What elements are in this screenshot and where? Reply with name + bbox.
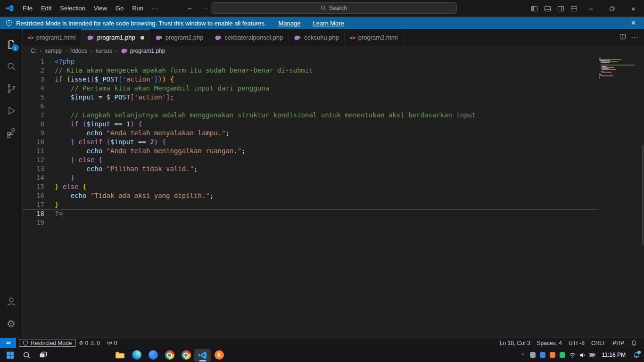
- line-content: ?>: [55, 209, 599, 218]
- minimize-button[interactable]: −: [580, 0, 602, 17]
- line-content: echo "Anda telah menyalakan lampu.";: [55, 129, 599, 138]
- notifications-bell[interactable]: [627, 340, 640, 346]
- code-line-13[interactable]: 13 echo "Pilihan tidak valid.";: [23, 165, 599, 173]
- manage-link[interactable]: Manage: [278, 20, 300, 27]
- battery-icon[interactable]: [588, 351, 597, 360]
- tray-app-1-icon[interactable]: [528, 351, 537, 360]
- code-line-18[interactable]: 18?>: [23, 209, 599, 218]
- back-arrow-icon[interactable]: ←: [187, 3, 194, 11]
- code-line-3[interactable]: 3if (isset($_POST['action'])) {: [23, 75, 599, 84]
- split-editor-icon[interactable]: [619, 33, 626, 42]
- tab-ceksuhu.php[interactable]: ceksuhu.php: [289, 29, 345, 46]
- menu-more[interactable]: ···: [148, 3, 162, 14]
- code-line-2[interactable]: 2// Kita akan mengecek apakah form itu s…: [23, 66, 599, 75]
- tray-app-2-icon[interactable]: [538, 351, 547, 360]
- code-line-4[interactable]: 4 // Pertama kita akan Mengambil input d…: [23, 84, 599, 93]
- remote-indicator[interactable]: ><: [0, 338, 16, 348]
- code-line-6[interactable]: 6: [23, 102, 599, 111]
- accounts-icon[interactable]: [0, 290, 23, 313]
- learn-more-link[interactable]: Learn More: [313, 20, 344, 27]
- menu-edit[interactable]: Edit: [37, 3, 56, 14]
- run-debug-icon[interactable]: [0, 99, 23, 122]
- code-line-7[interactable]: 7 // Langkah selanjutnya adalah mengguna…: [23, 111, 599, 120]
- breadcrumb-item-C[interactable]: C:: [31, 48, 36, 54]
- code-line-14[interactable]: 14 }: [23, 173, 599, 182]
- chrome-icon[interactable]: [161, 349, 178, 362]
- breadcrumb-item-kursus[interactable]: kursus: [95, 48, 112, 54]
- breadcrumb-item-xampp[interactable]: xampp: [45, 48, 62, 54]
- line-number: 13: [23, 165, 44, 173]
- restricted-mode-status[interactable]: Restricted Mode: [19, 339, 75, 347]
- menu-selection[interactable]: Selection: [56, 3, 89, 14]
- problems-status[interactable]: ⊘ 0 ⚠ 0: [75, 338, 103, 348]
- line-number: 6: [23, 102, 44, 111]
- taskbar-clock[interactable]: 11:16 PM: [598, 352, 630, 358]
- code-line-1[interactable]: 1<?php: [23, 57, 599, 66]
- explorer-icon[interactable]: 1: [0, 33, 23, 55]
- toggle-secondary-sidebar-icon[interactable]: [554, 2, 567, 15]
- start-button[interactable]: [2, 349, 18, 362]
- code-line-16[interactable]: 16 echo "Tidak ada aksi yang dipilih.";: [23, 191, 599, 200]
- tab-cekbateraiponsel.php[interactable]: cekbateraiponsel.php: [209, 29, 289, 46]
- code-line-5[interactable]: 5 $input = $_POST['action'];: [23, 93, 599, 102]
- code-line-10[interactable]: 10 } elseif ($input == 2) {: [23, 138, 599, 147]
- banner-close-icon[interactable]: ×: [628, 19, 638, 27]
- taskbar-search-icon[interactable]: [18, 349, 35, 362]
- menu-run[interactable]: Run: [128, 3, 148, 14]
- xampp-icon[interactable]: X: [211, 349, 227, 362]
- vscode-taskbar-icon[interactable]: [194, 349, 211, 362]
- toggle-panel-icon[interactable]: [541, 2, 554, 15]
- tab-program2.php[interactable]: program2.php: [150, 29, 209, 46]
- line-number: 10: [23, 138, 44, 147]
- file-explorer-icon[interactable]: [112, 349, 128, 362]
- notification-center-icon[interactable]: [631, 349, 642, 361]
- breadcrumb-item-htdocs[interactable]: htdocs: [70, 48, 87, 54]
- menu-go[interactable]: Go: [111, 3, 128, 14]
- settings-gear-icon[interactable]: ⚙: [0, 313, 23, 335]
- chrome-profile2-icon[interactable]: [178, 349, 194, 362]
- network-icon[interactable]: [568, 351, 577, 360]
- blue-app-icon[interactable]: [145, 349, 161, 362]
- menu-view[interactable]: View: [90, 3, 111, 14]
- source-control-icon[interactable]: [0, 77, 23, 99]
- close-window-button[interactable]: ×: [623, 0, 644, 17]
- scrollbar-thumb[interactable]: [642, 146, 644, 246]
- code-line-17[interactable]: 17}: [23, 200, 599, 209]
- volume-icon[interactable]: [578, 351, 587, 360]
- code-line-19[interactable]: 19: [23, 218, 599, 227]
- encoding-status[interactable]: UTF-8: [565, 340, 588, 346]
- bell-icon: [631, 340, 637, 346]
- minimap[interactable]: [599, 58, 637, 80]
- code-line-12[interactable]: 12 } else {: [23, 156, 599, 165]
- code-editor[interactable]: 1<?php2// Kita akan mengecek apakah form…: [23, 56, 644, 337]
- search-sidebar-icon[interactable]: [0, 55, 23, 77]
- code-line-8[interactable]: 8 if ($input == 1) {: [23, 120, 599, 129]
- customize-layout-icon[interactable]: [567, 2, 580, 15]
- menu-file[interactable]: File: [18, 3, 37, 14]
- tab-program2.html[interactable]: <>program2.html: [345, 29, 404, 46]
- line-content: $input = $_POST['action'];: [55, 93, 599, 102]
- tab-program1.php[interactable]: program1.php: [82, 29, 150, 46]
- indentation-status[interactable]: Spaces: 4: [534, 340, 565, 346]
- hidden-icons-chevron[interactable]: ＾: [519, 351, 528, 360]
- code-line-15[interactable]: 15} else {: [23, 182, 599, 191]
- editor-more-actions-icon[interactable]: ···: [631, 33, 638, 42]
- task-view-icon[interactable]: [35, 349, 51, 362]
- tray-app-4-icon[interactable]: [558, 351, 567, 360]
- eol-status[interactable]: CRLF: [588, 340, 609, 346]
- code-line-9[interactable]: 9 echo "Anda telah menyalakan lampu.";: [23, 129, 599, 138]
- edge-icon[interactable]: [128, 349, 145, 362]
- tab-program1.html[interactable]: <>program1.html: [23, 29, 82, 46]
- restore-button[interactable]: [602, 0, 623, 17]
- tab-bar: <>program1.htmlprogram1.phpprogram2.phpc…: [23, 29, 644, 46]
- breadcrumb-file[interactable]: program1.php: [121, 48, 165, 54]
- ports-status[interactable]: 0: [103, 338, 121, 348]
- toggle-primary-sidebar-icon[interactable]: [528, 2, 541, 15]
- language-mode-status[interactable]: PHP: [609, 340, 627, 346]
- extensions-icon[interactable]: [0, 122, 23, 144]
- command-center-search[interactable]: Search: [211, 2, 457, 14]
- tray-xampp-icon[interactable]: [548, 351, 557, 360]
- line-number: 7: [23, 111, 44, 120]
- cursor-position-status[interactable]: Ln 18, Col 3: [496, 340, 534, 346]
- code-line-11[interactable]: 11 echo "Anda telah meninggalkan ruangan…: [23, 147, 599, 156]
